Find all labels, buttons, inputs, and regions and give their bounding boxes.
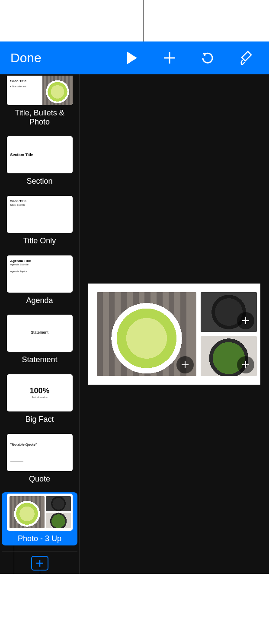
layout-label: Big Fact [25,415,54,424]
insert-button[interactable] [151,41,189,74]
layout-quote[interactable]: "Notable Quote" Quote [2,433,77,486]
layout-thumb: Slide Title • Slide bullet text [7,76,73,105]
slide-canvas[interactable] [88,284,260,385]
layout-label: Section [26,177,52,186]
thumb-subtitle: Slide Subtitle [10,204,26,206]
replace-image-button[interactable] [237,356,254,373]
thumb-title: Agenda Title [10,259,31,263]
layout-thumb: 100% Fact Information [7,374,73,411]
toolbar: Done [0,41,269,74]
callout-line-bottom-2 [40,562,40,644]
thumb-title: Slide Title [10,79,27,83]
replace-image-button[interactable] [176,356,194,373]
layout-label: Title, Bullets & Photo [5,108,74,126]
plus-icon [162,51,177,65]
slide-canvas-area[interactable] [80,74,269,574]
thumb-title: Section Title [10,153,33,157]
done-button[interactable]: Done [4,51,48,65]
plus-icon [180,360,190,370]
workarea: Slide Title • Slide bullet text Title, B… [0,74,269,574]
layout-thumb [7,494,73,531]
thumb-title: Slide Title [10,199,27,203]
layout-label: Agenda [26,296,53,305]
layout-title-bullets-photo[interactable]: Slide Title • Slide bullet text Title, B… [2,74,77,129]
layout-thumb: Agenda Title Agenda Subtitle Agenda Topi… [7,255,73,293]
svg-marker-0 [127,52,137,64]
thumb-center-sub: Fact Information [7,396,73,399]
undo-icon [200,51,215,65]
thumb-3up-grid [10,496,70,528]
play-icon [125,51,138,65]
layout-thumb: Slide Title Slide Subtitle [7,196,73,233]
paintbrush-icon [238,50,253,66]
thumb-photo [46,496,71,512]
layout-big-fact[interactable]: 100% Fact Information Big Fact [2,373,77,427]
play-button[interactable] [112,41,151,74]
format-button[interactable] [227,41,265,74]
thumb-attribution-line [10,462,23,462]
layout-statement[interactable]: Statement Statement [2,313,77,367]
slide-layout-sidebar[interactable]: Slide Title • Slide bullet text Title, B… [0,74,80,574]
thumb-subtitle: Agenda Subtitle [10,263,29,266]
thumb-photo [42,76,73,105]
layout-label: Title Only [23,236,56,245]
thumb-center: 100% [7,386,73,395]
layout-section[interactable]: Section Title Section [2,135,77,188]
image-placeholder-large[interactable] [97,292,196,376]
layout-title-only[interactable]: Slide Title Slide Subtitle Title Only [2,194,77,248]
replace-image-button[interactable] [237,312,254,329]
layout-agenda[interactable]: Agenda Title Agenda Subtitle Agenda Topi… [2,254,77,308]
thumb-photo [10,496,45,528]
callout-line-bottom-1 [14,527,14,644]
layout-label: Photo - 3 Up [18,534,61,543]
thumb-quote: "Notable Quote" [10,443,37,446]
image-placeholder-bottom-right[interactable] [201,336,257,376]
layout-label: Statement [22,355,57,364]
plus-icon [240,360,251,370]
layout-thumb: Statement [7,315,73,352]
layout-label: Quote [29,475,50,484]
image-placeholder-top-right[interactable] [201,292,257,332]
thumb-center: Statement [7,330,73,335]
layout-thumb: Section Title [7,136,73,173]
thumb-extra: Agenda Topics [10,270,27,273]
undo-button[interactable] [189,41,227,74]
thumb-photo [46,513,71,528]
thumb-bullet: • Slide bullet text [10,85,26,88]
plus-icon [240,316,251,326]
keynote-app: Done Slide Title • Slide bullet text Tit… [0,41,269,574]
layout-photo-3-up[interactable]: Photo - 3 Up [2,492,77,546]
layout-thumb: "Notable Quote" [7,434,73,471]
